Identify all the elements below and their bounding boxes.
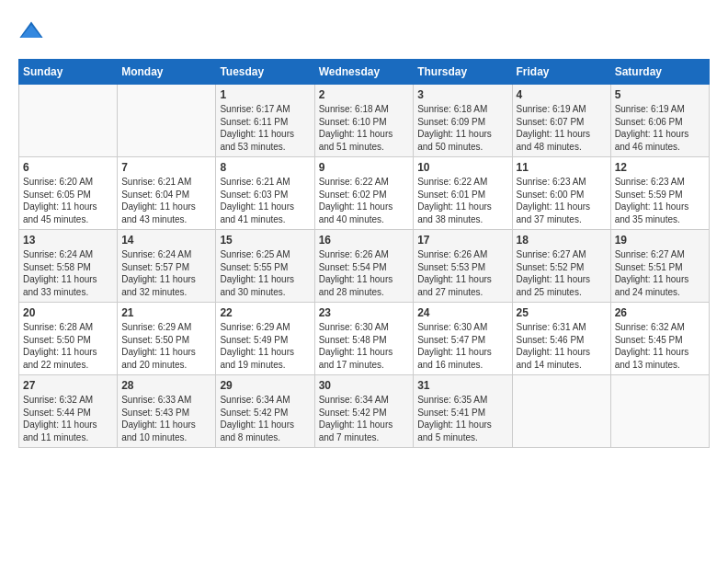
- day-content: Sunrise: 6:22 AM Sunset: 6:02 PM Dayligh…: [319, 176, 410, 225]
- day-number: 26: [615, 306, 705, 319]
- day-content: Sunrise: 6:34 AM Sunset: 5:42 PM Dayligh…: [220, 394, 310, 443]
- calendar-cell: 2Sunrise: 6:18 AM Sunset: 6:10 PM Daylig…: [314, 85, 414, 157]
- day-content: Sunrise: 6:25 AM Sunset: 5:55 PM Dayligh…: [220, 248, 310, 298]
- day-content: Sunrise: 6:23 AM Sunset: 6:00 PM Dayligh…: [517, 176, 607, 225]
- day-number: 14: [121, 234, 211, 247]
- calendar-cell: [118, 85, 216, 157]
- day-number: 5: [615, 88, 705, 101]
- calendar-header: SundayMondayTuesdayWednesdayThursdayFrid…: [19, 60, 710, 85]
- day-number: 30: [319, 379, 410, 392]
- calendar-table: SundayMondayTuesdayWednesdayThursdayFrid…: [18, 59, 710, 448]
- calendar-cell: 4Sunrise: 6:19 AM Sunset: 6:07 PM Daylig…: [512, 85, 610, 157]
- calendar-cell: 25Sunrise: 6:31 AM Sunset: 5:46 PM Dayli…: [512, 303, 610, 375]
- day-content: Sunrise: 6:33 AM Sunset: 5:43 PM Dayligh…: [121, 394, 211, 443]
- calendar-cell: [512, 375, 610, 448]
- day-content: Sunrise: 6:30 AM Sunset: 5:48 PM Dayligh…: [319, 321, 410, 371]
- calendar-body: 1Sunrise: 6:17 AM Sunset: 6:11 PM Daylig…: [19, 85, 710, 448]
- day-content: Sunrise: 6:28 AM Sunset: 5:50 PM Dayligh…: [23, 321, 113, 371]
- calendar-row-1: 6Sunrise: 6:20 AM Sunset: 6:05 PM Daylig…: [19, 157, 710, 230]
- day-number: 2: [319, 88, 410, 101]
- day-content: Sunrise: 6:29 AM Sunset: 5:49 PM Dayligh…: [220, 321, 310, 371]
- day-content: Sunrise: 6:29 AM Sunset: 5:50 PM Dayligh…: [121, 321, 211, 371]
- day-number: 12: [615, 161, 705, 174]
- col-header-friday: Friday: [512, 60, 610, 85]
- day-number: 25: [517, 306, 607, 319]
- day-number: 3: [417, 88, 507, 101]
- col-header-tuesday: Tuesday: [216, 60, 314, 85]
- calendar-row-2: 13Sunrise: 6:24 AM Sunset: 5:58 PM Dayli…: [19, 230, 710, 303]
- calendar-cell: 26Sunrise: 6:32 AM Sunset: 5:45 PM Dayli…: [610, 303, 709, 375]
- day-content: Sunrise: 6:24 AM Sunset: 5:58 PM Dayligh…: [23, 248, 113, 298]
- day-content: Sunrise: 6:23 AM Sunset: 5:59 PM Dayligh…: [615, 176, 705, 225]
- calendar-cell: 6Sunrise: 6:20 AM Sunset: 6:05 PM Daylig…: [19, 157, 118, 230]
- calendar-cell: 23Sunrise: 6:30 AM Sunset: 5:48 PM Dayli…: [314, 303, 414, 375]
- calendar-row-0: 1Sunrise: 6:17 AM Sunset: 6:11 PM Daylig…: [19, 85, 710, 157]
- calendar-cell: 14Sunrise: 6:24 AM Sunset: 5:57 PM Dayli…: [118, 230, 216, 303]
- calendar-cell: 29Sunrise: 6:34 AM Sunset: 5:42 PM Dayli…: [216, 375, 314, 448]
- calendar-cell: 16Sunrise: 6:26 AM Sunset: 5:54 PM Dayli…: [314, 230, 414, 303]
- day-content: Sunrise: 6:24 AM Sunset: 5:57 PM Dayligh…: [121, 248, 211, 298]
- day-number: 9: [319, 161, 410, 174]
- day-content: Sunrise: 6:21 AM Sunset: 6:03 PM Dayligh…: [220, 176, 310, 225]
- header-row: SundayMondayTuesdayWednesdayThursdayFrid…: [19, 60, 710, 85]
- calendar-cell: 15Sunrise: 6:25 AM Sunset: 5:55 PM Dayli…: [216, 230, 314, 303]
- calendar-cell: 8Sunrise: 6:21 AM Sunset: 6:03 PM Daylig…: [216, 157, 314, 230]
- day-content: Sunrise: 6:31 AM Sunset: 5:46 PM Dayligh…: [517, 321, 607, 371]
- logo: [18, 18, 48, 44]
- day-number: 17: [417, 234, 507, 247]
- day-number: 13: [23, 234, 113, 247]
- day-number: 10: [417, 161, 507, 174]
- day-content: Sunrise: 6:35 AM Sunset: 5:41 PM Dayligh…: [417, 394, 507, 443]
- calendar-cell: 12Sunrise: 6:23 AM Sunset: 5:59 PM Dayli…: [610, 157, 709, 230]
- calendar-cell: 17Sunrise: 6:26 AM Sunset: 5:53 PM Dayli…: [414, 230, 512, 303]
- calendar-cell: 10Sunrise: 6:22 AM Sunset: 6:01 PM Dayli…: [414, 157, 512, 230]
- calendar-cell: 3Sunrise: 6:18 AM Sunset: 6:09 PM Daylig…: [414, 85, 512, 157]
- day-content: Sunrise: 6:30 AM Sunset: 5:47 PM Dayligh…: [417, 321, 507, 371]
- day-content: Sunrise: 6:22 AM Sunset: 6:01 PM Dayligh…: [417, 176, 507, 225]
- day-number: 4: [517, 88, 607, 101]
- day-content: Sunrise: 6:26 AM Sunset: 5:53 PM Dayligh…: [417, 248, 507, 298]
- day-number: 8: [220, 161, 310, 174]
- calendar-cell: 11Sunrise: 6:23 AM Sunset: 6:00 PM Dayli…: [512, 157, 610, 230]
- calendar-cell: 28Sunrise: 6:33 AM Sunset: 5:43 PM Dayli…: [118, 375, 216, 448]
- calendar-cell: 21Sunrise: 6:29 AM Sunset: 5:50 PM Dayli…: [118, 303, 216, 375]
- calendar-cell: 9Sunrise: 6:22 AM Sunset: 6:02 PM Daylig…: [314, 157, 414, 230]
- day-number: 28: [121, 379, 211, 392]
- day-content: Sunrise: 6:19 AM Sunset: 6:06 PM Dayligh…: [615, 103, 705, 153]
- calendar-cell: 30Sunrise: 6:34 AM Sunset: 5:42 PM Dayli…: [314, 375, 414, 448]
- day-content: Sunrise: 6:34 AM Sunset: 5:42 PM Dayligh…: [319, 394, 410, 443]
- col-header-monday: Monday: [118, 60, 216, 85]
- day-number: 7: [121, 161, 211, 174]
- calendar-cell: 18Sunrise: 6:27 AM Sunset: 5:52 PM Dayli…: [512, 230, 610, 303]
- day-content: Sunrise: 6:21 AM Sunset: 6:04 PM Dayligh…: [121, 176, 211, 225]
- col-header-sunday: Sunday: [19, 60, 118, 85]
- day-number: 18: [517, 234, 607, 247]
- calendar-cell: [19, 85, 118, 157]
- day-content: Sunrise: 6:27 AM Sunset: 5:51 PM Dayligh…: [615, 248, 705, 298]
- day-content: Sunrise: 6:20 AM Sunset: 6:05 PM Dayligh…: [23, 176, 113, 225]
- day-number: 19: [615, 234, 705, 247]
- calendar-cell: [610, 375, 709, 448]
- day-number: 23: [319, 306, 410, 319]
- day-number: 24: [417, 306, 507, 319]
- calendar-row-3: 20Sunrise: 6:28 AM Sunset: 5:50 PM Dayli…: [19, 303, 710, 375]
- svg-marker-1: [21, 25, 41, 38]
- calendar-cell: 7Sunrise: 6:21 AM Sunset: 6:04 PM Daylig…: [118, 157, 216, 230]
- calendar-cell: 19Sunrise: 6:27 AM Sunset: 5:51 PM Dayli…: [610, 230, 709, 303]
- calendar-cell: 13Sunrise: 6:24 AM Sunset: 5:58 PM Dayli…: [19, 230, 118, 303]
- day-number: 11: [517, 161, 607, 174]
- day-content: Sunrise: 6:32 AM Sunset: 5:44 PM Dayligh…: [23, 394, 113, 443]
- day-number: 15: [220, 234, 310, 247]
- day-number: 20: [23, 306, 113, 319]
- day-number: 29: [220, 379, 310, 392]
- calendar-cell: 31Sunrise: 6:35 AM Sunset: 5:41 PM Dayli…: [414, 375, 512, 448]
- logo-icon: [18, 18, 44, 44]
- calendar-cell: 27Sunrise: 6:32 AM Sunset: 5:44 PM Dayli…: [19, 375, 118, 448]
- day-number: 27: [23, 379, 113, 392]
- day-content: Sunrise: 6:18 AM Sunset: 6:09 PM Dayligh…: [417, 103, 507, 153]
- day-content: Sunrise: 6:17 AM Sunset: 6:11 PM Dayligh…: [220, 103, 310, 153]
- page-header: [18, 18, 710, 44]
- day-content: Sunrise: 6:19 AM Sunset: 6:07 PM Dayligh…: [517, 103, 607, 153]
- col-header-thursday: Thursday: [414, 60, 512, 85]
- day-content: Sunrise: 6:32 AM Sunset: 5:45 PM Dayligh…: [615, 321, 705, 371]
